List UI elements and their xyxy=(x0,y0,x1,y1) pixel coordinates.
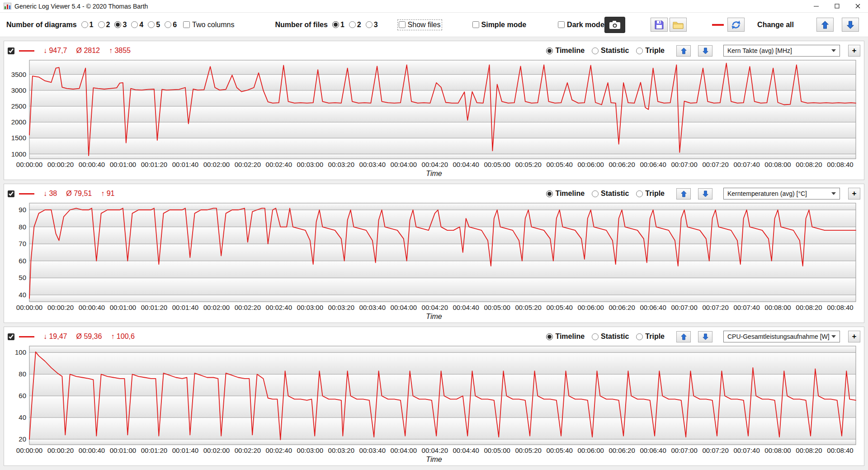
diagram-count-option-5[interactable]: 5 xyxy=(148,21,160,29)
close-button[interactable] xyxy=(847,0,868,12)
add-metric-button[interactable]: + xyxy=(848,45,860,57)
series-visible-checkbox[interactable] xyxy=(8,190,14,197)
svg-text:00:00:00: 00:00:00 xyxy=(16,304,42,311)
chart-panel-1-header: ↓ 947,7 Ø 2812 ↑ 3855 Timeline Statistic… xyxy=(8,43,860,58)
metric-dropdown[interactable]: Kerntemperaturen (avg) [°C] xyxy=(723,188,840,199)
chart-plot-svg: 40506070809000:00:0000:00:2000:00:4000:0… xyxy=(8,201,860,313)
svg-text:80: 80 xyxy=(19,223,26,231)
view-statistic-radio[interactable]: Statistic xyxy=(592,190,629,198)
timeline-chart: 40506070809000:00:0000:00:2000:00:4000:0… xyxy=(8,201,860,313)
main-toolbar: Number of diagrams 1 2 3 4 5 6 Two colum… xyxy=(0,13,868,37)
file-count-option-2[interactable]: 2 xyxy=(349,21,361,29)
x-axis-title: Time xyxy=(8,170,860,179)
svg-text:00:01:20: 00:01:20 xyxy=(141,304,167,311)
arrow-up-icon xyxy=(681,333,687,340)
svg-text:00:01:00: 00:01:00 xyxy=(110,304,136,311)
svg-text:00:03:00: 00:03:00 xyxy=(297,304,323,311)
svg-text:00:08:20: 00:08:20 xyxy=(796,446,822,454)
max-value: ↑ 100,6 xyxy=(111,332,134,341)
svg-text:3000: 3000 xyxy=(11,86,26,94)
metric-dropdown[interactable]: Kern Takte (avg) [MHz] xyxy=(723,45,840,57)
save-button[interactable] xyxy=(651,18,668,32)
svg-text:00:06:00: 00:06:00 xyxy=(578,161,604,168)
svg-text:00:07:40: 00:07:40 xyxy=(733,446,760,454)
view-triple-radio[interactable]: Triple xyxy=(636,332,665,341)
dark-mode-checkbox[interactable]: Dark mode xyxy=(558,21,604,29)
svg-text:00:03:40: 00:03:40 xyxy=(359,304,386,311)
view-triple-radio[interactable]: Triple xyxy=(636,190,665,198)
chart-panel-3-header: ↓ 19,47 Ø 59,36 ↑ 100,6 Timeline Statist… xyxy=(8,329,860,344)
svg-text:00:00:40: 00:00:40 xyxy=(79,446,105,454)
svg-text:00:02:00: 00:02:00 xyxy=(203,161,230,168)
minimize-button[interactable] xyxy=(806,0,826,12)
svg-text:2500: 2500 xyxy=(11,102,26,110)
svg-text:00:00:00: 00:00:00 xyxy=(16,446,42,454)
svg-text:00:04:00: 00:04:00 xyxy=(391,161,417,168)
diagram-count-option-4[interactable]: 4 xyxy=(131,21,143,29)
change-all-down-button[interactable] xyxy=(842,18,859,32)
diagram-count-option-1[interactable]: 1 xyxy=(81,21,94,29)
svg-text:00:08:40: 00:08:40 xyxy=(827,161,853,168)
move-metric-down-button[interactable] xyxy=(698,45,712,57)
max-value: ↑ 3855 xyxy=(109,47,131,55)
view-timeline-radio[interactable]: Timeline xyxy=(546,190,585,198)
arrow-down-icon xyxy=(703,190,708,197)
close-icon xyxy=(855,4,860,9)
svg-text:00:07:20: 00:07:20 xyxy=(702,161,728,168)
file-count-option-1[interactable]: 1 xyxy=(332,21,344,29)
svg-text:00:04:40: 00:04:40 xyxy=(453,304,479,311)
two-columns-checkbox[interactable]: Two columns xyxy=(183,21,234,29)
svg-text:00:05:00: 00:05:00 xyxy=(484,161,510,168)
refresh-button[interactable] xyxy=(727,18,745,32)
move-metric-down-button[interactable] xyxy=(698,331,712,342)
show-files-checkbox[interactable]: Show files xyxy=(399,21,441,29)
series-visible-checkbox[interactable] xyxy=(8,47,14,54)
diagram-count-option-6[interactable]: 6 xyxy=(165,21,177,29)
chart-panel-3: ↓ 19,47 Ø 59,36 ↑ 100,6 Timeline Statist… xyxy=(4,327,864,466)
arrow-down-icon xyxy=(703,47,708,54)
minimize-icon xyxy=(814,4,819,9)
view-statistic-radio[interactable]: Statistic xyxy=(592,47,629,55)
view-statistic-radio[interactable]: Statistic xyxy=(592,332,629,341)
svg-text:00:00:20: 00:00:20 xyxy=(47,161,74,168)
svg-text:00:01:00: 00:01:00 xyxy=(110,161,136,168)
svg-text:00:03:20: 00:03:20 xyxy=(328,304,354,311)
move-metric-up-button[interactable] xyxy=(676,45,691,57)
add-metric-button[interactable]: + xyxy=(848,188,860,199)
svg-text:00:01:40: 00:01:40 xyxy=(172,304,198,311)
diagram-count-option-2[interactable]: 2 xyxy=(98,21,110,29)
svg-text:00:05:20: 00:05:20 xyxy=(515,161,542,168)
svg-text:00:02:40: 00:02:40 xyxy=(266,446,292,454)
add-metric-button[interactable]: + xyxy=(848,331,860,342)
move-metric-down-button[interactable] xyxy=(698,188,712,199)
chart-panel-1: ↓ 947,7 Ø 2812 ↑ 3855 Timeline Statistic… xyxy=(4,41,864,180)
svg-text:00:05:40: 00:05:40 xyxy=(547,304,573,311)
change-all-up-button[interactable] xyxy=(816,18,834,32)
svg-text:00:05:40: 00:05:40 xyxy=(547,446,573,454)
open-folder-button[interactable] xyxy=(670,18,687,32)
line-style-swatch[interactable] xyxy=(712,24,724,26)
series-line-swatch xyxy=(19,193,34,195)
svg-text:00:00:40: 00:00:40 xyxy=(79,161,105,168)
maximize-button[interactable] xyxy=(826,0,847,12)
svg-text:00:00:20: 00:00:20 xyxy=(47,446,74,454)
screenshot-button[interactable] xyxy=(604,17,625,33)
view-timeline-radio[interactable]: Timeline xyxy=(546,332,585,341)
svg-text:00:03:00: 00:03:00 xyxy=(297,446,323,454)
move-metric-up-button[interactable] xyxy=(676,188,691,199)
view-triple-radio[interactable]: Triple xyxy=(636,47,665,55)
svg-text:00:07:40: 00:07:40 xyxy=(733,161,760,168)
diagram-count-option-3[interactable]: 3 xyxy=(114,21,127,29)
view-timeline-radio[interactable]: Timeline xyxy=(546,47,585,55)
app-icon xyxy=(4,3,11,9)
simple-mode-checkbox[interactable]: Simple mode xyxy=(472,21,527,29)
metric-dropdown[interactable]: CPU-Gesamtleistungsaufnahme [W] xyxy=(723,331,840,342)
svg-text:1500: 1500 xyxy=(11,134,26,142)
svg-text:00:03:40: 00:03:40 xyxy=(359,446,386,454)
svg-text:00:01:20: 00:01:20 xyxy=(141,161,167,168)
timeline-chart: 2040608010000:00:0000:00:2000:00:4000:01… xyxy=(8,344,860,456)
file-count-option-3[interactable]: 3 xyxy=(366,21,378,29)
series-visible-checkbox[interactable] xyxy=(8,333,14,340)
svg-text:00:02:00: 00:02:00 xyxy=(203,446,230,454)
move-metric-up-button[interactable] xyxy=(676,331,691,342)
